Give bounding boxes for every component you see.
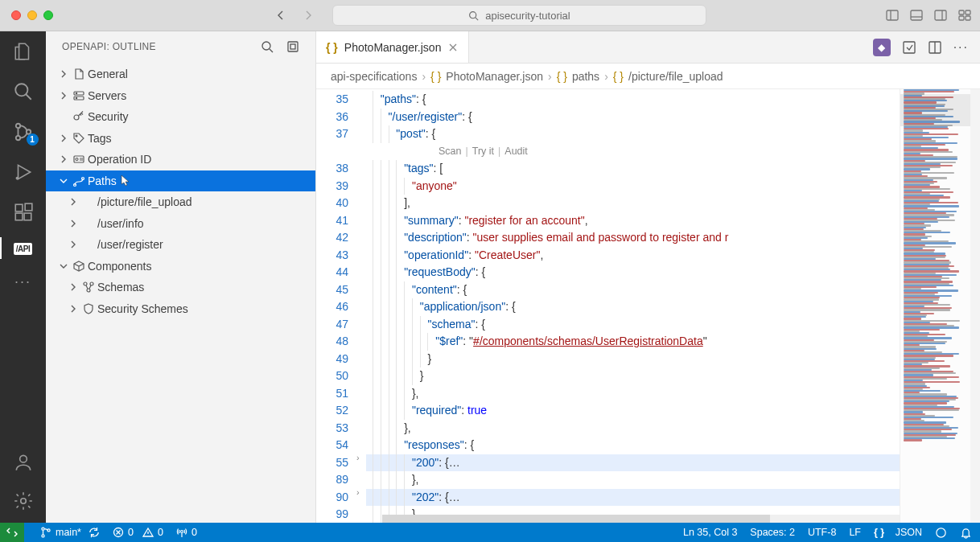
nav-forward-icon[interactable] bbox=[302, 9, 315, 22]
outline-tree[interactable]: GeneralServersSecurityTagsOperation IDPa… bbox=[46, 62, 315, 523]
code-line[interactable]: "paths": { bbox=[366, 91, 900, 109]
git-branch[interactable]: main* bbox=[40, 527, 100, 538]
codelens-action[interactable]: Audit bbox=[504, 143, 528, 161]
chevron-icon[interactable] bbox=[67, 219, 80, 228]
api-extension-icon[interactable]: /API bbox=[14, 242, 32, 254]
outline-action-icon[interactable] bbox=[286, 40, 299, 53]
cursor-position[interactable]: Ln 35, Col 3 bbox=[683, 527, 737, 538]
codelens-action[interactable]: Try it bbox=[472, 143, 494, 161]
codelens[interactable]: Scan|Try it|Audit bbox=[366, 143, 900, 161]
outline-item[interactable]: General bbox=[46, 64, 315, 85]
code-line[interactable]: }, bbox=[366, 471, 900, 489]
search-activity-icon[interactable] bbox=[13, 81, 34, 102]
code-line[interactable]: "responses": { bbox=[366, 437, 900, 454]
chevron-icon[interactable] bbox=[67, 240, 80, 249]
preview-icon[interactable] bbox=[902, 40, 916, 55]
outline-item[interactable]: Paths bbox=[46, 170, 315, 192]
problems[interactable]: 0 0 bbox=[113, 527, 163, 538]
code-line[interactable]: "requestBody": { bbox=[366, 264, 900, 281]
outline-item[interactable]: Schemas bbox=[46, 277, 315, 298]
sync-icon[interactable] bbox=[89, 527, 100, 538]
maximize-window[interactable] bbox=[43, 10, 53, 20]
close-window[interactable] bbox=[11, 10, 21, 20]
code-line[interactable]: "schema": { bbox=[366, 316, 900, 334]
chevron-icon[interactable] bbox=[67, 304, 80, 314]
source-control-icon[interactable]: 1 bbox=[13, 121, 34, 142]
fold-icon[interactable]: › bbox=[356, 487, 360, 497]
breadcrumb-item[interactable]: /picture/file_upload bbox=[628, 70, 723, 83]
settings-gear-icon[interactable] bbox=[13, 491, 34, 511]
chevron-icon[interactable] bbox=[57, 133, 70, 143]
chevron-icon[interactable] bbox=[57, 69, 70, 79]
panel-bottom-icon[interactable] bbox=[909, 8, 924, 23]
extension-badge-icon[interactable]: ◆ bbox=[873, 39, 891, 56]
horizontal-scrollbar[interactable] bbox=[382, 515, 900, 523]
chevron-icon[interactable] bbox=[57, 261, 70, 271]
code-editor[interactable]: 3536373839404142434445464748495051525354… bbox=[316, 89, 980, 523]
bell-icon[interactable] bbox=[960, 527, 972, 539]
outline-item[interactable]: Servers bbox=[46, 85, 315, 107]
layout-icon[interactable] bbox=[957, 8, 972, 23]
outline-item[interactable]: Security bbox=[46, 106, 315, 128]
outline-item[interactable]: Tags bbox=[46, 128, 315, 150]
code-line[interactable]: "202": {… bbox=[366, 489, 900, 507]
code-line[interactable]: "operationId": "CreateUser", bbox=[366, 247, 900, 265]
extensions-icon[interactable] bbox=[13, 202, 34, 223]
account-icon[interactable] bbox=[13, 452, 34, 473]
fold-gutter[interactable]: ›› bbox=[355, 89, 366, 523]
run-debug-icon[interactable] bbox=[13, 162, 34, 183]
command-center[interactable]: apisecurity-tutorial bbox=[332, 5, 706, 26]
chevron-icon[interactable] bbox=[67, 282, 80, 292]
code-line[interactable]: "description": "user supplies email and … bbox=[366, 229, 900, 247]
nav-back-icon[interactable] bbox=[274, 9, 287, 22]
breadcrumb[interactable]: api-specifications › { } PhotoManager.js… bbox=[316, 64, 980, 89]
feedback-icon[interactable] bbox=[935, 527, 947, 539]
code-line[interactable]: }, bbox=[366, 385, 900, 403]
outline-search-icon[interactable] bbox=[261, 40, 274, 53]
code-line[interactable]: } bbox=[366, 351, 900, 368]
chevron-icon[interactable] bbox=[57, 154, 70, 164]
code-line[interactable]: ], bbox=[366, 195, 900, 212]
outline-item[interactable]: /user/register bbox=[46, 234, 315, 256]
code-content[interactable]: "paths": { "/user/register": { "post": {… bbox=[366, 89, 900, 523]
chevron-icon[interactable] bbox=[57, 176, 70, 186]
more-icon[interactable]: ··· bbox=[14, 273, 31, 290]
split-editor-icon[interactable] bbox=[928, 40, 942, 55]
remote-indicator[interactable] bbox=[0, 523, 24, 542]
encoding[interactable]: UTF-8 bbox=[808, 527, 836, 538]
code-line[interactable]: } bbox=[366, 367, 900, 385]
language-mode[interactable]: { } JSON bbox=[874, 527, 922, 538]
tab-close-icon[interactable] bbox=[447, 42, 459, 53]
code-line[interactable]: "/user/register": { bbox=[366, 109, 900, 126]
codelens-action[interactable]: Scan bbox=[439, 143, 462, 161]
chevron-icon[interactable] bbox=[67, 197, 80, 207]
code-line[interactable]: "anyone" bbox=[366, 178, 900, 195]
code-line[interactable]: "application/json": { bbox=[366, 298, 900, 316]
ports[interactable]: 0 bbox=[176, 527, 197, 538]
code-line[interactable]: "content": { bbox=[366, 281, 900, 299]
minimize-window[interactable] bbox=[27, 10, 37, 20]
breadcrumb-item[interactable]: paths bbox=[572, 70, 599, 83]
code-line[interactable]: "summary": "register for an account", bbox=[366, 212, 900, 230]
outline-item[interactable]: Components bbox=[46, 256, 315, 277]
eol[interactable]: LF bbox=[849, 527, 861, 538]
code-line[interactable]: "post": { bbox=[366, 125, 900, 143]
scrollbar-thumb[interactable] bbox=[382, 515, 770, 523]
outline-item[interactable]: Security Schemes bbox=[46, 298, 315, 320]
code-line[interactable]: }, bbox=[366, 420, 900, 437]
vertical-scrollbar[interactable] bbox=[970, 89, 980, 523]
outline-item[interactable]: Operation ID bbox=[46, 149, 315, 170]
code-line[interactable]: "$ref": "#/components/schemas/UserRegist… bbox=[366, 333, 900, 351]
breadcrumb-item[interactable]: api-specifications bbox=[331, 70, 417, 83]
code-line[interactable]: "required": true bbox=[366, 402, 900, 420]
fold-icon[interactable]: › bbox=[356, 453, 360, 462]
tab-photomanager[interactable]: { } PhotoManager.json bbox=[316, 31, 469, 63]
panel-right-icon[interactable] bbox=[933, 8, 948, 23]
outline-item[interactable]: /user/info bbox=[46, 213, 315, 235]
breadcrumb-item[interactable]: PhotoManager.json bbox=[446, 70, 543, 83]
chevron-icon[interactable] bbox=[57, 91, 70, 101]
code-line[interactable]: "tags": [ bbox=[366, 160, 900, 178]
explorer-icon[interactable] bbox=[13, 41, 34, 62]
editor-more-icon[interactable]: ··· bbox=[953, 40, 969, 55]
outline-item[interactable]: /picture/file_upload bbox=[46, 191, 315, 213]
